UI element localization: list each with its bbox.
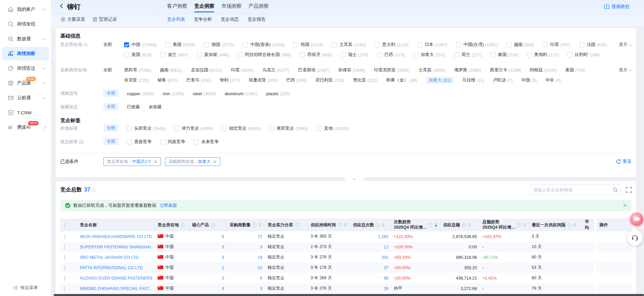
core-products-count[interactable]: 2: [189, 262, 227, 273]
sidebar-item-data[interactable]: 数据通: [2, 32, 49, 46]
buyer-country-option[interactable]: 乌克兰(4277): [262, 67, 289, 73]
subtab-竞企动态[interactable]: 竞企动态: [221, 16, 239, 22]
sidebar-item-discovery[interactable]: 商情发现: [2, 17, 49, 31]
sidebar-item-mail[interactable]: 云邮通: [2, 91, 49, 105]
buyer-country-option[interactable]: 中国(5): [521, 77, 537, 83]
supply-total-count[interactable]: 201: [350, 252, 391, 262]
company-name-link[interactable]: XUZHOU EVER GRAND FASTENERS...: [77, 273, 155, 283]
buyer-country-option[interactable]: 墨西哥(7085): [124, 67, 151, 73]
buyer-country-option[interactable]: 巴基斯坦(2487): [298, 67, 330, 73]
buyer-country-option[interactable]: 阿根廷(1140): [530, 67, 556, 73]
status-tag-option[interactable]: 直接竞争: [127, 139, 152, 145]
close-alert-icon[interactable]: ✕: [623, 202, 627, 209]
column-header-供应总额[interactable]: 供应总额i: [440, 219, 480, 231]
refresh-now-link[interactable]: 立即刷新: [160, 202, 177, 209]
competitor-location-all[interactable]: 全部: [103, 40, 124, 50]
core-products-count[interactable]: 5: [189, 231, 227, 242]
competitor-country-option[interactable]: 比利时(164): [568, 52, 599, 58]
competitor-country-option[interactable]: 印度(797): [543, 42, 570, 48]
column-header-总额趋势[interactable]: 总额趋势2025Q4 环比增…i: [480, 219, 529, 231]
competitor-country-option[interactable]: 泰国(216): [490, 52, 518, 58]
supply-total-count[interactable]: 1,181: [350, 231, 391, 242]
row-checkbox[interactable]: [64, 234, 65, 239]
buyer-country-option[interactable]: 巴拿马(430): [186, 77, 211, 83]
mascot-floating-button[interactable]: [630, 213, 643, 226]
column-header-最近一次供应间隔[interactable]: 最近一次供应间隔i: [529, 219, 582, 231]
spec-option[interactable]: iron(2295): [163, 91, 184, 96]
buyer-country-option[interactable]: 斯里兰卡(1199): [490, 67, 521, 73]
sort-icon[interactable]: [435, 223, 437, 227]
value-tag-option[interactable]: 稳定竞企(4089): [222, 125, 261, 131]
buyer-country-option[interactable]: 俄罗斯(1690): [454, 67, 481, 73]
buyers-count[interactable]: 6: [227, 273, 265, 283]
company-name-link[interactable]: WUXI ANSHIDA HARDWARE CO LTD: [77, 231, 155, 242]
competitor-country-option[interactable]: 加拿大(251): [414, 52, 445, 58]
buyers-count[interactable]: 16: [227, 252, 265, 262]
buyer-country-option[interactable]: 巴西(349): [286, 77, 307, 83]
sidebar-item-radar[interactable]: 商情雷达: [2, 62, 49, 75]
competitor-country-option[interactable]: 英国(616): [124, 52, 152, 58]
remove-tag-icon[interactable]: ✕: [213, 159, 217, 164]
reset-button[interactable]: 重置: [616, 159, 632, 165]
competitor-country-option[interactable]: 意大利(1116): [375, 42, 409, 48]
competitor-country-option[interactable]: 瑞士(278): [341, 52, 368, 58]
company-name-link[interactable]: SUPERTOR FASTENING SHANGHAI...: [77, 242, 155, 252]
competitor-country-option[interactable]: 奥地利(171): [527, 52, 559, 58]
competitor-country-option[interactable]: 巴西(273): [377, 52, 405, 58]
core-products-count[interactable]: 3: [189, 252, 227, 262]
sidebar-item-tcrm[interactable]: T-CRM: [2, 106, 49, 119]
sort-icon[interactable]: [344, 223, 347, 227]
sidebar-item-insight[interactable]: 商情洞察: [2, 47, 49, 60]
horizontal-scrollbar[interactable]: [54, 294, 644, 296]
buyer-country-option[interactable]: 刚果（金）(99): [386, 77, 417, 83]
column-header-采购商数量[interactable]: 采购商数量i: [227, 219, 265, 231]
tab-市场洞察[interactable]: 市场洞察: [221, 3, 241, 12]
buyer-country-option[interactable]: 印度(4594): [231, 67, 254, 73]
tab-竞企洞察[interactable]: 竞企洞察: [194, 3, 214, 12]
buyer-country-option[interactable]: 菲律宾(2446): [338, 67, 366, 73]
subtab-竞企报告[interactable]: 竞企报告: [248, 16, 266, 22]
back-button[interactable]: [60, 4, 65, 8]
sidebar-item-account[interactable]: 我的账户: [2, 3, 49, 16]
buyer-country-option[interactable]: 尼日利亚(128): [315, 77, 344, 83]
buyer-country-option[interactable]: 智利(377): [220, 77, 240, 83]
core-products-count[interactable]: 3: [189, 273, 227, 283]
buyer-country-option[interactable]: 美国(754): [565, 67, 585, 73]
supply-total-count[interactable]: 12: [350, 242, 391, 252]
buyer-country-option[interactable]: 马拉维(11): [462, 77, 484, 83]
buyer-country-option[interactable]: 加拿大(51): [426, 77, 453, 83]
buyer-country-option[interactable]: 中非(4): [545, 77, 561, 83]
buyers-count[interactable]: 3: [227, 242, 265, 252]
value-tag-option[interactable]: 其他(26185): [317, 125, 349, 131]
select-all-checkbox[interactable]: [64, 222, 65, 228]
competitor-country-option[interactable]: 美国(5304): [165, 42, 196, 48]
sort-icon[interactable]: [574, 223, 576, 227]
competitor-country-option[interactable]: 波兰(607): [160, 52, 188, 58]
value-tag-option[interactable]: 尾部竞企(3944): [269, 125, 308, 131]
competitor-country-option[interactable]: 阿拉伯联合酋长国(408): [237, 52, 291, 58]
competitor-country-option[interactable]: 中国(香港)(2416): [243, 42, 284, 48]
sidebar-item-product[interactable]: 产品通Beta: [2, 76, 49, 90]
spec-option[interactable]: aluminum(2391): [225, 91, 258, 96]
toolbar-贸易记录[interactable]: 贸易记录: [93, 16, 117, 22]
status-tag-all[interactable]: 全部: [103, 138, 119, 145]
favorite-option[interactable]: 未收藏: [149, 104, 162, 110]
value-tag-all[interactable]: 全部: [103, 124, 119, 132]
status-tag-option[interactable]: 未来竞争: [194, 139, 219, 145]
buyer-country-option[interactable]: 坦桑尼亚(350): [249, 77, 277, 83]
competitor-country-option[interactable]: 日本(1097): [417, 42, 447, 48]
company-name-link[interactable]: NINGBO ZHISHANG SPECIAL FAST...: [77, 283, 155, 294]
spec-option[interactable]: steel(4684): [193, 91, 216, 96]
competitor-location-expand[interactable]: 展开: [611, 40, 632, 50]
sort-icon[interactable]: [468, 223, 471, 227]
spec-option[interactable]: copper(1050): [127, 91, 154, 96]
fullscreen-icon[interactable]: [626, 187, 632, 193]
core-products-count[interactable]: 4: [189, 283, 227, 294]
favorite-option[interactable]: 已收藏: [127, 104, 140, 110]
supply-total-count[interactable]: 26: [350, 283, 391, 294]
status-tag-option[interactable]: 间接竞争: [160, 139, 185, 145]
favorite-status-all[interactable]: 全部: [103, 103, 119, 110]
competitor-country-option[interactable]: 越南(930): [506, 42, 534, 48]
core-products-count[interactable]: 3: [189, 242, 227, 252]
video-tutorial-link[interactable]: 视频教程: [604, 4, 630, 10]
